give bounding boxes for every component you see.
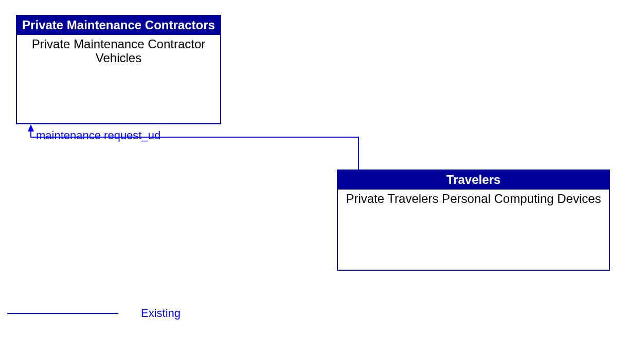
entity-body-travelers: Private Travelers Personal Computing Dev… [338, 190, 609, 208]
entity-body-contractors: Private Maintenance Contractor Vehicles [17, 35, 220, 67]
entity-box-travelers: Travelers Private Travelers Personal Com… [337, 170, 610, 271]
entity-box-contractors: Private Maintenance Contractors Private … [16, 15, 221, 124]
entity-header-travelers: Travelers [338, 171, 609, 190]
entity-header-contractors: Private Maintenance Contractors [17, 16, 220, 35]
legend-label-existing: Existing [141, 307, 181, 320]
flow-label-maintenance-request: maintenance request_ud [36, 129, 160, 142]
flow-arrowhead [28, 124, 34, 132]
